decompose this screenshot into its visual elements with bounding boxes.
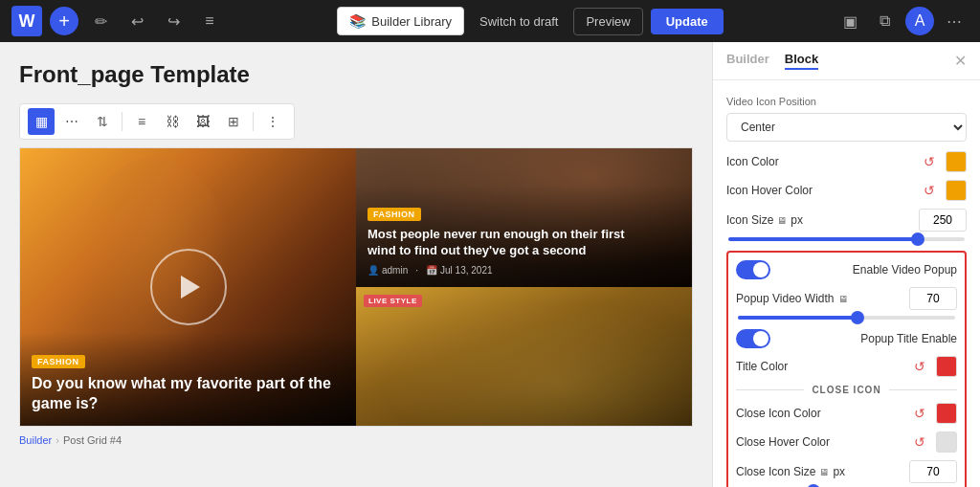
highlight-section: Enable Video Popup Popup Video Width 🖥 bbox=[726, 251, 967, 487]
meta-dot: · bbox=[415, 265, 418, 276]
list-view-button[interactable]: ≡ bbox=[195, 7, 224, 35]
close-hover-color-reset[interactable]: ↺ bbox=[909, 432, 930, 453]
grid-view-button[interactable]: ▦ bbox=[28, 108, 55, 135]
redo-button[interactable]: ↪ bbox=[159, 7, 188, 35]
popup-title-enable-toggle[interactable] bbox=[736, 329, 770, 348]
more-block-button[interactable]: ⋮ bbox=[259, 108, 286, 135]
popup-video-width-input[interactable] bbox=[909, 287, 957, 310]
icon-size-slider-thumb[interactable] bbox=[911, 232, 924, 246]
right-panel: Builder Block ✕ Video Icon Position Cent… bbox=[712, 42, 980, 487]
title-color-controls: ↺ bbox=[909, 356, 957, 377]
card-right-top-title: Most people never run enough on their fi… bbox=[368, 227, 680, 259]
breadcrumb-builder[interactable]: Builder bbox=[19, 434, 52, 446]
preview-button[interactable]: Preview bbox=[573, 8, 642, 35]
card-meta: 👤 admin · 📅 Jul 13, 2021 bbox=[368, 265, 680, 276]
switch-to-draft-button[interactable]: Switch to draft bbox=[472, 9, 566, 34]
title-color-swatch[interactable] bbox=[936, 356, 957, 377]
close-icon-color-swatch[interactable] bbox=[936, 403, 957, 424]
post-grid: FASHION Do you know what my favorite par… bbox=[19, 147, 693, 427]
author-icon: 👤 admin bbox=[368, 265, 408, 276]
tab-block[interactable]: Block bbox=[785, 52, 818, 70]
image-button[interactable]: 🖼 bbox=[189, 108, 216, 135]
close-icon-color-controls: ↺ bbox=[909, 403, 957, 424]
close-hover-color-swatch[interactable] bbox=[936, 432, 957, 453]
icon-color-row: Icon Color ↺ bbox=[726, 151, 967, 172]
enable-video-popup-label: Enable Video Popup bbox=[853, 263, 957, 277]
more-options-button[interactable]: ⋯ bbox=[940, 7, 969, 35]
add-block-button[interactable]: + bbox=[50, 7, 78, 35]
video-icon-position-select[interactable]: Center bbox=[726, 113, 967, 142]
popup-title-enable-row: Popup Title Enable bbox=[736, 329, 957, 348]
link-button[interactable]: ⛓ bbox=[159, 108, 186, 135]
top-bar: W + ✏ ↩ ↪ ≡ 📚 Builder Library Switch to … bbox=[0, 0, 980, 42]
close-icon-size-input[interactable] bbox=[909, 460, 957, 483]
account-button[interactable]: A bbox=[905, 7, 934, 35]
icon-size-slider[interactable] bbox=[726, 237, 967, 241]
close-size-monitor-icon: 🖥 bbox=[819, 467, 829, 477]
icon-color-reset[interactable]: ↺ bbox=[919, 151, 940, 172]
icon-color-swatch[interactable] bbox=[946, 151, 967, 172]
lines-button[interactable]: ≡ bbox=[128, 108, 155, 135]
dots-view-button[interactable]: ⋯ bbox=[58, 108, 85, 135]
breadcrumb-separator: › bbox=[56, 434, 59, 446]
icon-hover-color-controls: ↺ bbox=[919, 180, 967, 201]
toolbar-divider bbox=[122, 112, 122, 131]
panel-close-button[interactable]: ✕ bbox=[954, 52, 967, 70]
post-card-left[interactable]: FASHION Do you know what my favorite par… bbox=[20, 148, 356, 426]
close-hover-color-controls: ↺ bbox=[909, 432, 957, 453]
update-button[interactable]: Update bbox=[651, 9, 724, 34]
icon-hover-color-reset[interactable]: ↺ bbox=[919, 180, 940, 201]
top-bar-center: 📚 Builder Library Switch to draft Previe… bbox=[337, 7, 724, 35]
pen-tool-button[interactable]: ✏ bbox=[86, 7, 115, 35]
library-icon: 📚 bbox=[349, 13, 366, 29]
divider-line-right bbox=[889, 389, 957, 390]
tab-builder[interactable]: Builder bbox=[726, 52, 769, 70]
popup-video-width-label: Popup Video Width 🖥 bbox=[736, 292, 848, 305]
icon-hover-color-swatch[interactable] bbox=[946, 180, 967, 201]
title-color-label: Title Color bbox=[736, 360, 788, 373]
close-icon-color-label: Close Icon Color bbox=[736, 407, 821, 420]
close-icon-size-label: Close Icon Size 🖥 px bbox=[736, 465, 845, 478]
desktop-view-button[interactable]: ▣ bbox=[836, 7, 865, 35]
enable-video-popup-row: Enable Video Popup bbox=[736, 260, 957, 279]
icon-size-row: Icon Size 🖥 px bbox=[726, 209, 967, 232]
icon-size-label: Icon Size 🖥 px bbox=[726, 213, 803, 227]
builder-library-label: Builder Library bbox=[371, 14, 452, 29]
date-icon: 📅 Jul 13, 2021 bbox=[426, 265, 493, 276]
card-right-top-overlay: FASHION Most people never run enough on … bbox=[356, 185, 692, 287]
close-hover-color-label: Close Hover Color bbox=[736, 435, 830, 449]
fashion-tag-right: FASHION bbox=[368, 208, 421, 221]
wp-logo-icon[interactable]: W bbox=[11, 6, 42, 36]
icon-color-controls: ↺ bbox=[919, 151, 967, 172]
play-circle[interactable] bbox=[150, 249, 227, 325]
post-card-right-top[interactable]: FASHION Most people never run enough on … bbox=[356, 148, 692, 287]
close-icon-section-label: CLOSE ICON bbox=[812, 385, 880, 395]
title-color-row: Title Color ↺ bbox=[736, 356, 957, 377]
icon-size-input[interactable] bbox=[919, 209, 967, 232]
video-icon-position-label: Video Icon Position bbox=[726, 96, 967, 107]
close-hover-color-row: Close Hover Color ↺ bbox=[736, 432, 957, 453]
popup-video-width-row: Popup Video Width 🖥 bbox=[736, 287, 957, 310]
table-button[interactable]: ⊞ bbox=[220, 108, 247, 135]
undo-button[interactable]: ↩ bbox=[122, 7, 151, 35]
breadcrumb: Builder › Post Grid #4 bbox=[19, 434, 693, 446]
popup-video-width-slider[interactable] bbox=[736, 316, 957, 320]
play-icon bbox=[181, 276, 200, 299]
pvw-slider-thumb[interactable] bbox=[851, 311, 864, 324]
builder-library-button[interactable]: 📚 Builder Library bbox=[337, 7, 464, 35]
close-icon-color-reset[interactable]: ↺ bbox=[909, 403, 930, 424]
icon-size-slider-track bbox=[728, 237, 965, 241]
monitor-icon: 🖥 bbox=[777, 215, 787, 226]
close-icon-color-row: Close Icon Color ↺ bbox=[736, 403, 957, 424]
live-style-tag: LIVE STYLE bbox=[364, 295, 422, 307]
panel-header: Builder Block ✕ bbox=[713, 42, 980, 80]
icon-hover-color-row: Icon Hover Color ↺ bbox=[726, 180, 967, 201]
post-card-right-bottom[interactable]: LIVE STYLE bbox=[356, 287, 692, 426]
title-color-reset[interactable]: ↺ bbox=[909, 356, 930, 377]
pvw-monitor-icon: 🖥 bbox=[838, 294, 848, 304]
card-right-bottom-glow bbox=[356, 287, 692, 426]
fashion-tag-left: FASHION bbox=[32, 355, 85, 368]
responsive-button[interactable]: ⧉ bbox=[871, 7, 900, 35]
enable-video-popup-toggle[interactable] bbox=[736, 260, 770, 279]
arrows-button[interactable]: ⇅ bbox=[89, 108, 116, 135]
